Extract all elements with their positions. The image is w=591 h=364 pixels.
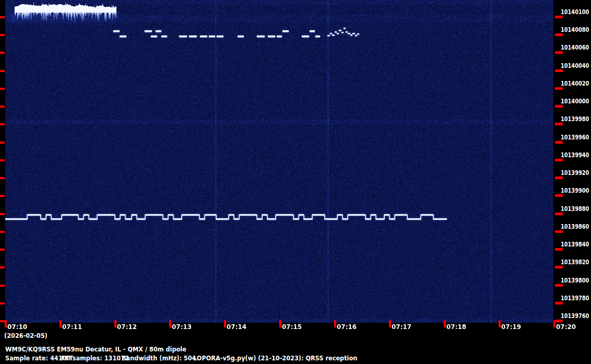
freq-tick-left (0, 88, 5, 90)
station-info-label: WM9C/KQ9RSS EM59nu Decatur, IL - QMX / 8… (5, 346, 186, 353)
freq-axis-label: 10139820 (561, 259, 589, 265)
freq-tick-right (555, 105, 563, 108)
freq-tick-right (555, 123, 563, 125)
freq-tick-left (0, 320, 5, 322)
freq-axis-label: 10140000 (561, 98, 589, 104)
freq-tick-right (555, 230, 563, 233)
freq-tick-left (0, 34, 5, 36)
time-axis-label: 07:14 (227, 323, 246, 330)
freq-tick-right (555, 248, 563, 251)
time-tick (224, 320, 226, 327)
freq-tick-right (555, 284, 563, 287)
freq-tick-left (0, 52, 5, 54)
time-tick (5, 320, 7, 327)
time-axis-label: 07:10 (7, 323, 27, 330)
freq-tick-right (555, 213, 563, 215)
time-axis-label: 07:19 (501, 323, 521, 330)
spectrogram-waterfall-canvas (0, 0, 553, 323)
freq-tick-right (555, 87, 563, 90)
freq-tick-left (0, 302, 5, 304)
freq-tick-left (0, 249, 5, 251)
time-axis-label: 07:11 (62, 323, 82, 330)
bandwidth-label: Bandwidth (mHz): 504 (122, 355, 196, 361)
freq-tick-right (555, 159, 563, 161)
freq-tick-left (0, 16, 5, 18)
time-tick (444, 320, 446, 327)
freq-axis-label: 10139940 (561, 151, 589, 158)
freq-tick-right (555, 16, 563, 18)
freq-tick-right (555, 302, 563, 304)
freq-tick-right (555, 177, 563, 179)
time-axis-label: 07:18 (446, 323, 466, 330)
freq-axis-label: 10140040 (561, 62, 589, 69)
freq-tick-left (0, 159, 5, 161)
freq-axis-label: 10139760 (561, 312, 589, 319)
date-label: (2026-02-05) (4, 332, 48, 339)
freq-tick-left (0, 266, 5, 268)
freq-tick-left (0, 177, 5, 179)
freq-tick-right (555, 69, 563, 72)
time-tick (279, 320, 281, 327)
freq-tick-left (0, 231, 5, 233)
freq-tick-left (0, 105, 5, 108)
freq-tick-left (0, 285, 5, 287)
freq-tick-right (555, 194, 563, 197)
time-tick (114, 320, 116, 327)
freq-axis-label: 10140020 (561, 80, 589, 87)
time-axis-label: 07:16 (337, 323, 357, 330)
freq-axis-label: 10139840 (561, 241, 589, 248)
freq-axis-label: 10140060 (561, 44, 589, 51)
freq-tick-left (0, 70, 5, 72)
freq-tick-left (0, 142, 5, 144)
freq-tick-left (0, 195, 5, 197)
freq-axis-label: 10139800 (561, 277, 589, 284)
freq-tick-left (0, 123, 5, 125)
time-tick (499, 320, 501, 327)
freq-tick-right (555, 51, 563, 54)
time-tick (60, 320, 62, 327)
time-axis-label: 07:17 (392, 323, 411, 330)
freq-tick-right (555, 33, 563, 36)
time-axis-label: 07:15 (282, 323, 302, 330)
freq-tick-left (0, 213, 5, 215)
time-tick (553, 320, 555, 327)
freq-tick-right (555, 266, 563, 268)
freq-axis-label: 10139880 (561, 205, 589, 212)
freq-axis-label: 10139960 (561, 134, 589, 140)
software-version-label: LOPORA-v5g.py(w) (21-10-2023): QRSS rece… (193, 355, 357, 361)
freq-axis-label: 10140100 (561, 8, 589, 15)
freq-axis-label: 10139780 (561, 295, 589, 301)
fft-samples-label: FFTsamples: 131072 (61, 355, 129, 361)
time-tick (169, 320, 171, 327)
time-tick (389, 320, 391, 327)
time-axis-label: 07:13 (172, 323, 192, 330)
freq-axis-label: 10140080 (561, 26, 589, 33)
freq-axis-label: 10139900 (561, 187, 589, 194)
freq-tick-right (555, 320, 563, 322)
time-tick (334, 320, 336, 327)
freq-axis-label: 10139980 (561, 115, 589, 122)
freq-axis-label: 10139920 (561, 169, 589, 176)
time-axis-label: 07:20 (556, 323, 576, 330)
freq-tick-right (555, 141, 563, 144)
freq-axis-label: 10139860 (561, 223, 589, 230)
qrss-grabber-screen: 1014010010140080101400601014004010140020… (0, 0, 591, 364)
time-axis-label: 07:12 (117, 323, 137, 330)
